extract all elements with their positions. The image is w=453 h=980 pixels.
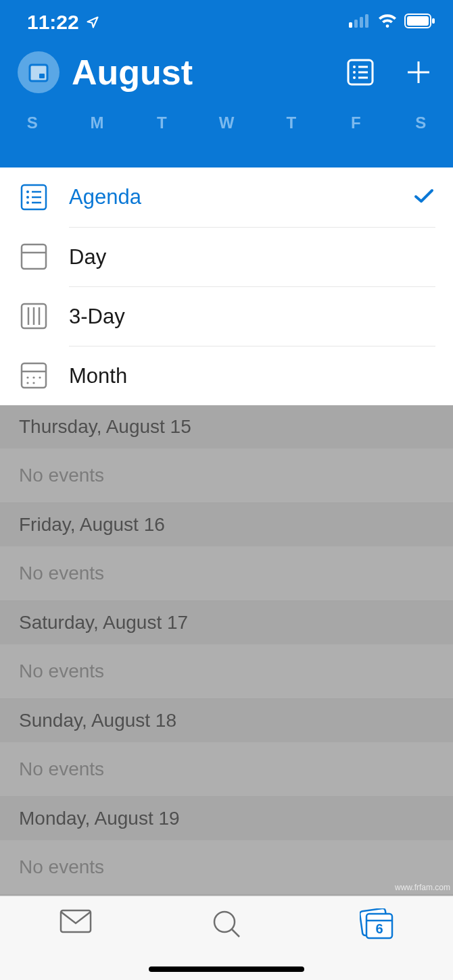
calendar-badge-icon[interactable] [18, 51, 59, 93]
svg-rect-8 [39, 74, 45, 78]
add-event-button[interactable] [403, 57, 434, 88]
status-time: 11:22 [27, 11, 79, 34]
svg-rect-2 [360, 17, 363, 28]
month-icon [19, 361, 49, 390]
svg-rect-38 [61, 910, 91, 932]
svg-point-35 [39, 376, 41, 378]
view-option-agenda[interactable]: Agenda [0, 167, 453, 227]
svg-point-36 [26, 382, 28, 384]
view-option-3day[interactable]: 3-Day [0, 286, 453, 346]
watermark: www.frfam.com [395, 883, 450, 892]
home-indicator[interactable] [149, 966, 304, 972]
weekday-label: W [194, 113, 259, 132]
view-option-label: 3-Day [69, 305, 435, 329]
svg-point-10 [353, 66, 356, 68]
svg-rect-5 [407, 16, 429, 26]
svg-rect-25 [22, 244, 46, 269]
weekday-label: T [129, 113, 194, 132]
view-option-label: Agenda [69, 185, 412, 209]
view-option-label: Month [69, 364, 435, 388]
agenda-list: Thursday, August 15 No events Friday, Au… [0, 405, 453, 938]
svg-point-23 [26, 201, 29, 204]
weekday-row: S M T W T F S [0, 100, 453, 140]
agenda-no-events: No events [0, 840, 453, 895]
svg-text:6: 6 [376, 921, 383, 936]
svg-point-19 [26, 190, 29, 193]
view-option-month[interactable]: Month [0, 346, 453, 405]
month-title[interactable]: August [72, 52, 318, 93]
svg-point-37 [32, 382, 34, 384]
svg-point-21 [26, 196, 29, 199]
three-day-icon [19, 301, 49, 331]
agenda-day-header: Monday, August 19 [0, 797, 453, 840]
svg-rect-3 [365, 14, 368, 28]
tab-search[interactable] [151, 908, 302, 939]
weekday-label: T [259, 113, 324, 132]
battery-icon [404, 14, 435, 31]
svg-point-33 [26, 376, 28, 378]
view-menu: Agenda Day 3-Day Month [0, 167, 453, 405]
view-option-day[interactable]: Day [0, 227, 453, 286]
svg-rect-0 [349, 22, 352, 28]
agenda-icon [19, 182, 49, 212]
cell-signal-icon [349, 14, 371, 30]
tab-calendar[interactable]: 6 [302, 908, 453, 941]
wifi-icon [377, 14, 398, 31]
svg-rect-7 [30, 65, 47, 81]
checkmark-icon [412, 184, 435, 210]
agenda-no-events: No events [0, 742, 453, 797]
title-row: August [0, 39, 453, 100]
agenda-no-events: No events [0, 644, 453, 699]
svg-line-40 [232, 929, 239, 937]
svg-point-14 [353, 76, 356, 79]
svg-rect-1 [354, 20, 358, 28]
agenda-day-header: Saturday, August 17 [0, 601, 453, 644]
tab-mail[interactable] [0, 908, 151, 934]
svg-point-12 [353, 71, 356, 74]
day-icon [19, 242, 49, 272]
agenda-day-header: Thursday, August 15 [0, 405, 453, 448]
agenda-no-events: No events [0, 546, 453, 601]
status-bar: 11:22 [0, 0, 453, 39]
app-header: 11:22 August [0, 0, 453, 167]
agenda-day-header: Sunday, August 18 [0, 699, 453, 742]
location-icon [86, 11, 99, 34]
tab-bar: 6 [0, 896, 453, 980]
view-switch-button[interactable] [345, 57, 376, 88]
agenda-day-header: Friday, August 16 [0, 503, 453, 546]
weekday-label: F [324, 113, 389, 132]
svg-point-34 [32, 376, 34, 378]
weekday-label: M [65, 113, 130, 132]
svg-point-39 [214, 912, 235, 932]
svg-rect-6 [432, 18, 435, 24]
weekday-label: S [388, 113, 453, 132]
view-option-label: Day [69, 245, 435, 269]
weekday-label: S [0, 113, 65, 132]
agenda-no-events: No events [0, 448, 453, 503]
